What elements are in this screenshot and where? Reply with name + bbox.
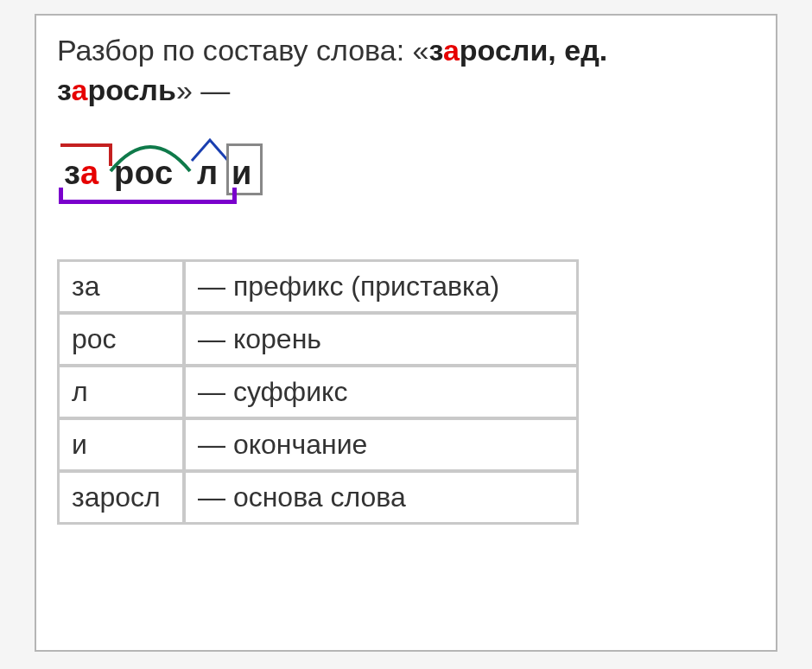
diagram-prefix-pre: з <box>64 155 80 191</box>
title: Разбор по составу слова: «заросли, ед. з… <box>57 31 755 111</box>
title-word2-pre: з <box>57 73 71 106</box>
morpheme-table: за — префикс (приставка) рос — корень л … <box>57 259 579 525</box>
title-word2-post: росль <box>87 73 176 106</box>
page: Разбор по составу слова: «заросли, ед. з… <box>0 0 812 669</box>
diagram-suffix: л <box>197 155 219 192</box>
cell-part: рос <box>59 314 183 365</box>
title-word1-post: росли, ед. <box>460 34 607 67</box>
diagram-ending: и <box>232 155 252 192</box>
title-word2-highlight: а <box>71 73 87 106</box>
title-word1-highlight: а <box>443 34 460 67</box>
table-row: л — суффикс <box>59 366 577 417</box>
content-card: Разбор по составу слова: «заросли, ед. з… <box>35 14 777 652</box>
cell-desc: — основа слова <box>185 472 577 523</box>
cell-desc: — префикс (приставка) <box>185 261 577 312</box>
cell-part: заросл <box>59 472 183 523</box>
cell-part: за <box>59 261 183 312</box>
morpheme-diagram: за рос л и <box>59 137 755 207</box>
cell-part: и <box>59 419 183 470</box>
cell-desc: — суффикс <box>185 366 577 417</box>
title-tail: » — <box>176 73 230 106</box>
cell-desc: — окончание <box>185 419 577 470</box>
table-row: и — окончание <box>59 419 577 470</box>
title-lead: Разбор по составу слова: « <box>57 34 428 67</box>
diagram-root: рос <box>114 155 174 192</box>
diagram-prefix-highlight: а <box>80 155 99 191</box>
cell-part: л <box>59 366 183 417</box>
title-word1-pre: з <box>428 34 442 67</box>
table-row: заросл — основа слова <box>59 472 577 523</box>
table-row: рос — корень <box>59 314 577 365</box>
diagram-prefix: за <box>64 155 99 192</box>
table-row: за — префикс (приставка) <box>59 261 577 312</box>
cell-desc: — корень <box>185 314 577 365</box>
